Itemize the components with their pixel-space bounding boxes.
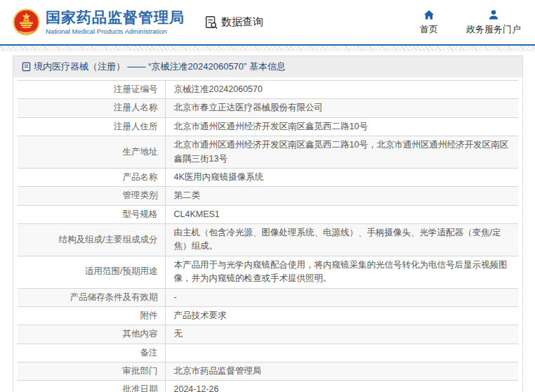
site-title: 国家药品监督管理局 — [46, 9, 185, 26]
row-label-text: 批准日期 — [123, 384, 158, 392]
nav-portal-label: 政务服务门户 — [466, 23, 521, 36]
table-row: 型号规格CL4KMES1 — [18, 205, 518, 223]
nav-portal[interactable]: 政务服务门户 — [466, 9, 521, 36]
hatch-band — [0, 46, 535, 51]
row-label: 注册人住所 — [18, 117, 165, 136]
row-value-text: 北京市春立正达医疗器械股份有限公司 — [174, 103, 324, 112]
row-value: 由主机（包含冷光源、图像处理系统、电源线）、手柄摄像头、光学适配器（变焦/定焦）… — [165, 224, 518, 256]
nav-home-label: 首页 — [420, 23, 438, 36]
row-value: 本产品用于与光学内窥镜配合使用，将内窥镜采集的光信号转化为电信号后显示视频图像，… — [165, 256, 518, 288]
row-label: 产品储存条件及有效期 — [18, 288, 165, 306]
content-panel: 境内医疗器械（注册） —— “京械注准20242060570” 基本信息 注册证… — [13, 55, 523, 392]
document-search-icon — [204, 15, 218, 30]
row-label-text: 生产地址 — [123, 147, 158, 157]
nmpa-logo[interactable]: 国家药品监督管理局 National Medical Products Admi… — [12, 8, 185, 37]
row-label-text: 注册人住所 — [114, 122, 158, 131]
row-label-text: 产品名称 — [123, 172, 158, 182]
row-value-text: 北京市药品监督管理局 — [174, 366, 262, 376]
row-label: 审批部门 — [18, 362, 165, 381]
user-icon — [488, 9, 499, 20]
row-label: 结构及组成/主要组成成分 — [18, 224, 165, 256]
row-value-text: 无 — [174, 329, 183, 339]
row-value-text: 北京市通州区通州经济开发区南区鑫觅西二路10号，北京市通州区通州经济开发区南区鑫… — [174, 140, 508, 163]
row-label: 注册证编号 — [18, 81, 165, 99]
row-value: 京械注准20242060570 — [165, 81, 518, 99]
row-value: 第二类 — [165, 187, 518, 205]
row-value: 无 — [165, 325, 518, 344]
table-row: 附件产品技术要求 — [18, 306, 518, 325]
row-label: 生产地址 — [18, 136, 165, 169]
table-row: 注册人住所北京市通州区通州经济开发区南区鑫觅西二路10号 — [18, 117, 518, 136]
row-value: - — [165, 288, 518, 306]
row-value-text: 由主机（包含冷光源、图像处理系统、电源线）、手柄摄像头、光学适配器（变焦/定焦）… — [174, 228, 501, 251]
row-value: 2024-12-26 — [165, 381, 518, 392]
row-value-text: 4K医用内窥镜摄像系统 — [174, 172, 264, 182]
breadcrumb: 境内医疗器械（注册） —— “京械注准20242060570” 基本信息 — [13, 56, 522, 77]
row-label: 管理类别 — [18, 187, 165, 205]
row-value: 北京市通州区通州经济开发区南区鑫觅西二路10号，北京市通州区通州经济开发区南区鑫… — [165, 136, 518, 169]
row-label: 适用范围/预期用途 — [18, 256, 165, 288]
row-label: 备注 — [18, 344, 165, 362]
row-label-text: 附件 — [140, 311, 158, 320]
row-value-text: 北京市通州区通州经济开发区南区鑫觅西二路10号 — [174, 122, 368, 131]
row-label-text: 型号规格 — [123, 209, 158, 219]
data-query-link[interactable]: 数据查询 — [204, 15, 263, 30]
row-value-text: 第二类 — [174, 190, 201, 200]
national-emblem-icon — [12, 8, 41, 37]
document-icon — [22, 62, 31, 72]
row-label: 产品名称 — [18, 168, 165, 186]
site-header: 国家药品监督管理局 National Medical Products Admi… — [0, 0, 535, 44]
table-row: 适用范围/预期用途本产品用于与光学内窥镜配合使用，将内窥镜采集的光信号转化为电信… — [18, 256, 518, 288]
site-subtitle: National Medical Products Administration — [46, 27, 185, 35]
table-row: 产品储存条件及有效期- — [18, 288, 518, 306]
data-query-label: 数据查询 — [221, 15, 263, 29]
row-label: 其他内容 — [18, 325, 165, 344]
row-value-text: 京械注准20242060570 — [174, 84, 263, 94]
row-label-text: 结构及组成/主要组成成分 — [59, 235, 158, 244]
table-row: 注册证编号京械注准20242060570 — [18, 81, 518, 99]
table-row: 生产地址北京市通州区通州经济开发区南区鑫觅西二路10号，北京市通州区通州经济开发… — [18, 136, 518, 169]
row-label-text: 产品储存条件及有效期 — [70, 292, 158, 302]
row-value: CL4KMES1 — [165, 205, 518, 223]
row-value: 北京市通州区通州经济开发区南区鑫觅西二路10号 — [165, 117, 518, 136]
row-value-text: 本产品用于与光学内窥镜配合使用，将内窥镜采集的光信号转化为电信号后显示视频图像，… — [174, 260, 508, 283]
top-nav: 首页 政务服务门户 — [392, 9, 521, 36]
row-label: 批准日期 — [18, 381, 165, 392]
table-row: 产品名称4K医用内窥镜摄像系统 — [18, 168, 518, 186]
breadcrumb-text: 境内医疗器械（注册） —— “京械注准20242060570” 基本信息 — [34, 60, 286, 73]
row-label-text: 注册证编号 — [114, 84, 158, 94]
row-value: 北京市药品监督管理局 — [165, 362, 518, 381]
row-label-text: 其他内容 — [123, 329, 158, 339]
row-label-text: 管理类别 — [123, 190, 158, 200]
table-row: 管理类别第二类 — [18, 187, 518, 205]
row-label-text: 注册人名称 — [114, 103, 158, 112]
registration-info-table-wrap: 注册证编号京械注准20242060570注册人名称北京市春立正达医疗器械股份有限… — [13, 77, 522, 392]
row-value-text: 产品技术要求 — [174, 311, 227, 320]
table-row: 注册人名称北京市春立正达医疗器械股份有限公司 — [18, 99, 518, 117]
table-row: 其他内容无 — [18, 325, 518, 344]
table-row: 结构及组成/主要组成成分由主机（包含冷光源、图像处理系统、电源线）、手柄摄像头、… — [18, 224, 518, 256]
row-value-text: 2024-12-26 — [174, 384, 219, 392]
row-label-text: 适用范围/预期用途 — [85, 266, 157, 276]
table-row: 备注 — [18, 344, 518, 362]
row-value: 北京市春立正达医疗器械股份有限公司 — [165, 99, 518, 117]
row-label: 附件 — [18, 306, 165, 325]
row-label-text: 审批部门 — [123, 366, 158, 376]
registration-info-table: 注册证编号京械注准20242060570注册人名称北京市春立正达医疗器械股份有限… — [18, 80, 518, 392]
row-value: 4K医用内窥镜摄像系统 — [165, 168, 518, 186]
home-icon — [423, 9, 435, 20]
row-label: 型号规格 — [18, 205, 165, 223]
row-value — [165, 344, 518, 362]
table-row: 批准日期2024-12-26 — [18, 381, 518, 392]
nav-home[interactable]: 首页 — [420, 9, 438, 36]
row-value: 产品技术要求 — [165, 306, 518, 325]
table-row: 审批部门北京市药品监督管理局 — [18, 362, 518, 381]
row-label: 注册人名称 — [18, 99, 165, 117]
row-label-text: 备注 — [140, 348, 158, 358]
row-value-text: CL4KMES1 — [174, 209, 220, 219]
row-value-text: - — [174, 292, 177, 302]
